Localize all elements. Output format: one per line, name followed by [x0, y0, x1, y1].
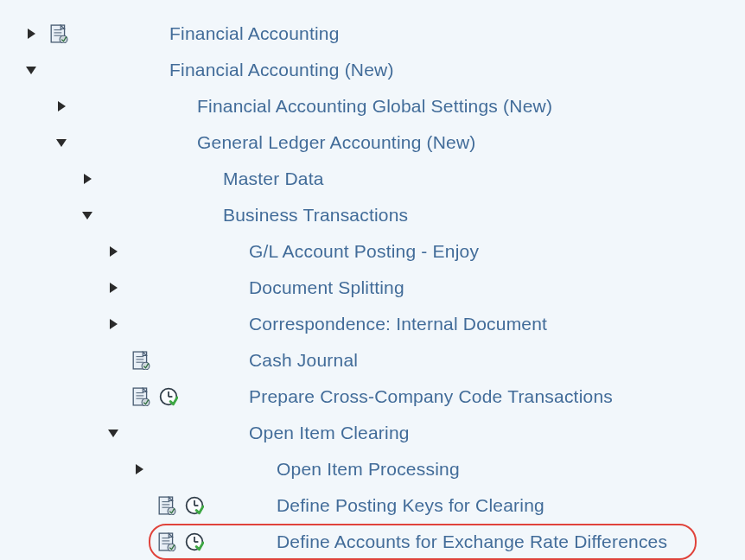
tree-label: Master Data: [223, 169, 324, 189]
tree-label: Open Item Clearing: [249, 423, 410, 443]
tree-node-open-item-processing[interactable]: Open Item Processing: [0, 451, 745, 487]
tree-label: Financial Accounting Global Settings (Ne…: [197, 96, 552, 117]
expand-icon[interactable]: [48, 101, 75, 111]
tree-node-financial-accounting[interactable]: Financial Accounting: [0, 16, 745, 52]
tree-node-open-item-clearing[interactable]: Open Item Clearing: [0, 415, 745, 451]
tree-node-gl-accounting[interactable]: General Ledger Accounting (New): [0, 124, 745, 161]
tree-label: Prepare Cross-Company Code Transactions: [249, 386, 613, 407]
tree-label: Document Splitting: [249, 277, 404, 298]
document-icon: [153, 496, 181, 515]
document-icon: [45, 24, 73, 43]
img-tree: Financial Accounting Financial Accountin…: [0, 0, 745, 560]
tree-label: G/L Account Posting - Enjoy: [249, 241, 479, 262]
tree-node-define-posting-keys[interactable]: Define Posting Keys for Clearing: [0, 487, 745, 524]
document-icon: [153, 532, 181, 551]
collapse-icon[interactable]: [48, 139, 75, 147]
document-icon: [127, 387, 155, 406]
tree-label: Define Accounts for Exchange Rate Differ…: [277, 531, 667, 552]
tree-label: Cash Journal: [249, 350, 358, 371]
tree-label: Business Transactions: [223, 205, 408, 226]
expand-icon[interactable]: [99, 283, 127, 293]
tree-node-business-transactions[interactable]: Business Transactions: [0, 197, 745, 233]
tree-node-correspondence[interactable]: Correspondence: Internal Document: [0, 306, 745, 342]
expand-icon[interactable]: [99, 246, 127, 257]
clock-icon: [181, 496, 208, 515]
expand-icon[interactable]: [73, 174, 101, 184]
tree-label: Financial Accounting (New): [169, 60, 394, 80]
expand-icon[interactable]: [125, 464, 153, 474]
collapse-icon[interactable]: [99, 430, 127, 437]
collapse-icon[interactable]: [73, 212, 101, 220]
tree-label: Correspondence: Internal Document: [249, 314, 547, 334]
collapse-icon[interactable]: [17, 67, 45, 74]
tree-node-financial-accounting-new[interactable]: Financial Accounting (New): [0, 52, 745, 88]
tree-label: Define Posting Keys for Clearing: [277, 495, 544, 516]
tree-label: Open Item Processing: [277, 459, 460, 480]
tree-node-cash-journal[interactable]: Cash Journal: [0, 342, 745, 379]
tree-label: General Ledger Accounting (New): [197, 132, 476, 153]
document-icon: [127, 351, 155, 370]
clock-icon: [155, 387, 182, 406]
expand-icon[interactable]: [99, 319, 127, 329]
tree-node-gl-account-posting[interactable]: G/L Account Posting - Enjoy: [0, 233, 745, 270]
tree-node-fa-global-settings[interactable]: Financial Accounting Global Settings (Ne…: [0, 88, 745, 124]
tree-node-document-splitting[interactable]: Document Splitting: [0, 270, 745, 306]
expand-icon[interactable]: [17, 29, 45, 39]
tree-node-master-data[interactable]: Master Data: [0, 161, 745, 197]
clock-icon: [181, 532, 208, 551]
tree-node-prepare-cross-company[interactable]: Prepare Cross-Company Code Transactions: [0, 379, 745, 415]
tree-label: Financial Accounting: [169, 23, 340, 44]
tree-node-define-accounts-exchange[interactable]: Define Accounts for Exchange Rate Differ…: [0, 524, 745, 560]
